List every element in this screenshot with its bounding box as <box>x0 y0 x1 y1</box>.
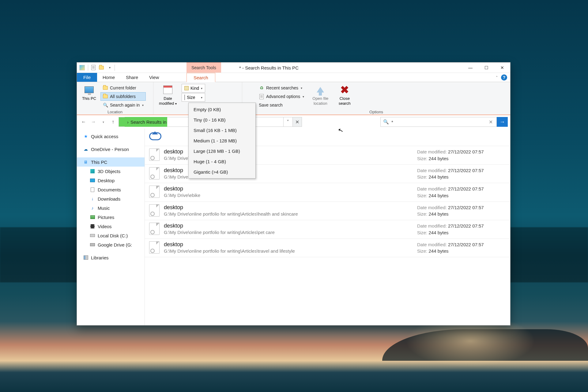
search-query-text: * <box>391 119 485 125</box>
folder-icon <box>103 86 108 90</box>
nav-pictures[interactable]: Pictures <box>77 213 145 222</box>
group-label-location: Location <box>79 109 151 115</box>
this-pc-scope-button[interactable]: This PC <box>79 83 99 101</box>
size-tiny[interactable]: Tiny (0 - 16 KB) <box>189 115 255 125</box>
list-icon <box>259 94 264 99</box>
current-folder-button[interactable]: Current folder <box>101 84 145 92</box>
recent-searches-button[interactable]: ♻ Recent searches ▾ <box>257 84 306 92</box>
cube-icon <box>90 169 95 173</box>
maximize-button[interactable]: ☐ <box>478 62 494 73</box>
app-icon <box>79 65 85 70</box>
close-x-icon: ✖ <box>340 85 349 95</box>
label-date-modified: Date modified: <box>417 242 447 247</box>
result-path: G:\My Drive\online portfolio for writing… <box>164 211 417 217</box>
nav-videos[interactable]: Videos <box>77 222 145 231</box>
tab-home[interactable]: Home <box>97 73 120 82</box>
this-pc-label: This PC <box>82 96 96 101</box>
result-row[interactable]: desktopG:\My Drive\ebikeDate modified: 2… <box>145 183 510 202</box>
advanced-options-button[interactable]: Advanced options ▾ <box>257 92 306 100</box>
tab-view[interactable]: View <box>144 73 164 82</box>
file-icon <box>149 241 160 254</box>
search-again-in-button[interactable]: 🔍 Search again in ▾ <box>101 101 145 109</box>
tab-file[interactable]: File <box>77 73 97 82</box>
nav-music[interactable]: ♪Music <box>77 203 145 213</box>
search-icon: 🔍 <box>103 102 108 108</box>
file-icon <box>149 186 160 198</box>
nav-forward-button[interactable]: → <box>89 118 98 126</box>
qat-properties-icon[interactable] <box>90 64 97 71</box>
nav-local-disk[interactable]: Local Disk (C:) <box>77 231 145 240</box>
size-empty[interactable]: Empty (0 KB) <box>189 104 255 115</box>
nav-quick-access[interactable]: ★Quick access <box>77 132 145 141</box>
search-clear-button[interactable]: ✕ <box>488 119 494 125</box>
chevron-right-icon[interactable]: › <box>125 119 130 125</box>
size-gigantic[interactable]: Gigantic (>4 GB) <box>189 167 255 177</box>
size-medium[interactable]: Medium (1 - 128 MB) <box>189 135 255 146</box>
picture-icon <box>90 215 95 219</box>
breadcrumb[interactable]: Search Results in <box>130 119 167 125</box>
address-refresh-button[interactable]: ✕ <box>293 117 302 127</box>
search-icon: 🔍 <box>383 119 389 125</box>
nav-documents[interactable]: Documents <box>77 185 145 194</box>
date-modified-button[interactable]: Date modified ▾ <box>156 83 180 106</box>
qat-customize-icon[interactable]: ▾ <box>106 64 113 71</box>
close-search-button[interactable]: ✖ Close search <box>335 83 354 106</box>
size-large[interactable]: Large (128 MB - 1 GB) <box>189 146 255 156</box>
navigation-pane: ★Quick access ☁OneDrive - Person 🖥This P… <box>77 129 145 325</box>
help-icon[interactable]: ? <box>501 74 507 81</box>
size-huge[interactable]: Huge (1 - 4 GB) <box>189 156 255 167</box>
result-row[interactable]: desktopG:\My Drive\online portfolio for … <box>145 220 510 239</box>
address-progress-icon <box>119 117 125 127</box>
result-row[interactable]: desktopG:\My Drive\online portfolio for … <box>145 202 510 221</box>
result-name: desktop <box>164 241 417 248</box>
size-dropdown: Empty (0 KB) Tiny (0 - 16 KB) Small (16 … <box>188 103 256 179</box>
nav-downloads[interactable]: ↓Downloads <box>77 194 145 203</box>
value-size: 244 bytes <box>429 193 449 198</box>
nav-up-button[interactable]: ↑ <box>109 118 117 126</box>
music-icon: ♪ <box>90 205 95 211</box>
disk-icon <box>90 234 95 237</box>
ribbon-collapse-icon[interactable]: ˄ <box>496 75 498 80</box>
nav-google-drive[interactable]: Google Drive (G: <box>77 240 145 249</box>
video-icon <box>90 224 95 228</box>
result-name: desktop <box>164 186 417 192</box>
search-go-button[interactable]: → <box>497 117 508 127</box>
nav-this-pc[interactable]: 🖥This PC <box>77 157 145 167</box>
libraries-icon <box>84 255 88 260</box>
document-icon <box>91 187 94 192</box>
file-icon <box>149 167 160 179</box>
search-input[interactable]: 🔍 * ✕ <box>380 117 497 127</box>
recycle-icon: ♻ <box>259 85 264 91</box>
group-label-options: Options <box>245 109 508 115</box>
nav-back-button[interactable]: ← <box>79 118 88 126</box>
nav-libraries[interactable]: Libraries <box>77 253 145 262</box>
label-size: Size: <box>417 174 427 179</box>
label-size: Size: <box>417 193 427 198</box>
monitor-icon <box>85 86 94 93</box>
size-button[interactable]: Size▾ <box>182 93 205 102</box>
value-size: 244 bytes <box>429 211 449 217</box>
all-subfolders-button[interactable]: All subfolders <box>101 92 145 100</box>
address-history-button[interactable]: ˅ <box>284 117 293 127</box>
kind-button[interactable]: Kind▾ <box>182 84 205 92</box>
tab-search[interactable]: Search <box>187 73 215 82</box>
close-button[interactable]: ✕ <box>494 62 510 73</box>
value-size: 244 bytes <box>429 230 449 235</box>
value-size: 244 bytes <box>429 156 449 161</box>
result-name: desktop <box>164 223 417 229</box>
cloud-icon: ☁ <box>83 146 89 152</box>
save-search-button[interactable]: Save search <box>257 101 306 109</box>
result-row[interactable]: desktopG:\My Drive\online portfolio for … <box>145 239 510 258</box>
minimize-button[interactable]: ― <box>462 62 478 73</box>
size-small[interactable]: Small (16 KB - 1 MB) <box>189 125 255 135</box>
tab-share[interactable]: Share <box>120 73 144 82</box>
qat-new-folder-icon[interactable] <box>98 64 105 71</box>
nav-onedrive[interactable]: ☁OneDrive - Person <box>77 145 145 154</box>
open-file-location-button[interactable]: Open file location <box>308 83 333 106</box>
value-date-modified: 27/12/2022 07:57 <box>448 242 484 247</box>
result-path: G:\My Drive\ebike <box>164 193 417 198</box>
nav-recent-button[interactable]: ▾ <box>99 118 107 126</box>
nav-3d-objects[interactable]: 3D Objects <box>77 167 145 176</box>
nav-desktop[interactable]: Desktop <box>77 176 145 185</box>
calendar-icon <box>163 85 172 94</box>
